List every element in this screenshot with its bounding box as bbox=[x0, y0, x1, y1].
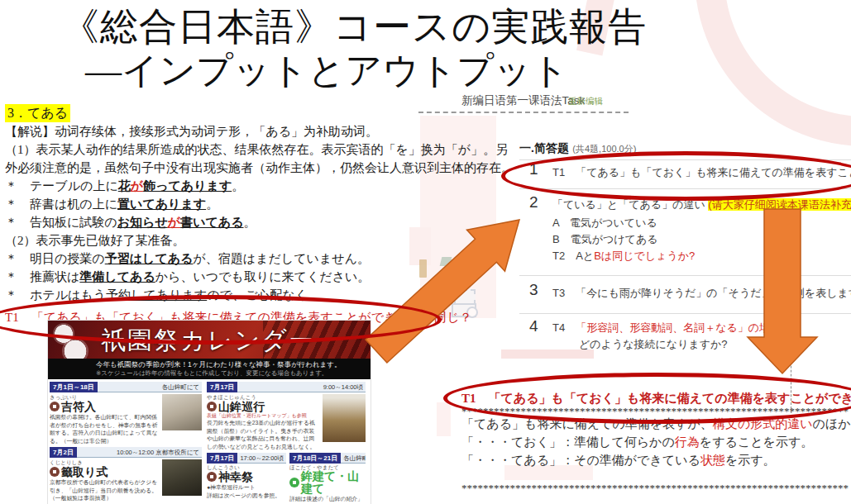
event-card: 7月17日 17:00～22:00頃 しんこうさい 神幸祭 ●神幸祭巡行ルート … bbox=[207, 453, 286, 504]
event-furigana: しんこうさい bbox=[207, 464, 286, 470]
explain-line: 外必须注意的是，虽然句子中没有出现实施者（动作主体），仍然会让人意识到主体的存在… bbox=[5, 159, 432, 177]
event-when: 10:00～12:00 京都市役所にて bbox=[77, 447, 202, 458]
calendar-left-column: 7月1日～18日 各山鉾町にて きっぷいり 吉符入 祇園祭の幕開け。各山鉾町にて… bbox=[50, 382, 202, 504]
quiz-document: 新编日语第一课语法Task 重新编辑 一.简答题 (共4题,100.0分) 1 … bbox=[430, 83, 851, 504]
event-title: 神幸祭 bbox=[218, 470, 253, 483]
event-photo bbox=[162, 459, 202, 496]
question-text: T4 「形容詞、形容動詞、名詞＋なる」の場合は、 bbox=[552, 321, 802, 335]
question-number: 2 bbox=[529, 193, 538, 212]
section-heading: 3．てある bbox=[5, 104, 432, 122]
event-half-row: 7月17日 17:00～22:00頃 しんこうさい 神幸祭 ●神幸祭巡行ルート … bbox=[207, 453, 366, 504]
example-line: ＊ 辞書は机の上に置いてあります。 bbox=[5, 195, 432, 213]
calendar-subtitle2: ※スケジュールは昨年の情報をもとに作成しており、変更になる場合もあります。 bbox=[96, 369, 371, 378]
crest-icon bbox=[50, 402, 60, 411]
divider bbox=[519, 313, 851, 314]
event-date-badge: 7月18日～21日 bbox=[289, 453, 341, 464]
event-when: 各山鉾町にて bbox=[341, 453, 366, 464]
event-when: 17:00～22:00頃 bbox=[237, 453, 286, 464]
event-note: 表組「山鉾位置・巡行ルートマップ」も参照 bbox=[207, 413, 320, 419]
event-date-badge: 7月1日～18日 bbox=[50, 382, 98, 392]
explain-line: 【解说】动词存续体，接续形式为动词テ形，「ある」为补助动词。 bbox=[5, 122, 432, 140]
quiz-title: 新编日语第一课语法Task bbox=[461, 93, 585, 108]
event-note: 詳細は後述の「山鉾の紹介」を参照。 bbox=[289, 495, 366, 504]
red-ellipse-answer-t1 bbox=[443, 373, 851, 424]
answer-line: 「・・・ておく」：準備して何らかの行為をすることを示す。 bbox=[461, 435, 813, 450]
question-text: T3 「今にも雨が降りそうだ」の「そうだ」も推測を表しますが、「ようだ」と同じ? bbox=[552, 286, 851, 301]
event-photo bbox=[162, 394, 202, 430]
slide-title-line1: 《総合日本語》コースの実践報告 bbox=[61, 2, 647, 53]
event-route: ●神幸祭巡行ルート bbox=[207, 483, 286, 492]
slide-canvas: { "colors":{"accent_red":"#bb0806","arro… bbox=[0, 0, 851, 504]
grammar-explanation-panel: 3．てある 【解说】动词存续体，接续形式为动词テ形，「ある」为补助动词。 （1）… bbox=[5, 104, 432, 326]
event-title: 吉符入 bbox=[61, 400, 96, 413]
event-furigana: くじとりしき bbox=[50, 459, 160, 465]
event-title: 鉾建て・山建て bbox=[301, 470, 366, 495]
red-ellipse-question1 bbox=[501, 151, 851, 201]
example-line: ＊ 推薦状は準備してあるから、いつでも取りに来てください。 bbox=[5, 268, 432, 286]
event-furigana: きっぷいり bbox=[50, 394, 160, 400]
example-line: ＊ 明日の授業の予習はしてあるが、宿題はまだしていません。 bbox=[5, 250, 432, 268]
event-when: 各山鉾町にて bbox=[98, 382, 202, 392]
option-b: B 電気がつけてある bbox=[552, 232, 658, 247]
event-card: 7月2日 10:00～12:00 京都市役所にて くじとりしき 籤取り式 京都市… bbox=[50, 447, 202, 504]
gion-calendar-image: 祇園祭カレンダー 今年も祇園祭の季節が到来！1ヶ月にわたり様々な神事・祭事が行わ… bbox=[47, 320, 371, 504]
event-description: 祇園祭の幕開け。各山鉾町にて、町内関係者が祭の打ち合わせをし、神事の無事を祈願す… bbox=[50, 413, 160, 445]
crest-icon bbox=[207, 402, 217, 411]
event-when: 9:00～14:00頃 bbox=[237, 382, 366, 392]
dashed-border-line bbox=[418, 112, 629, 113]
event-date-badge: 7月17日 bbox=[207, 453, 237, 464]
event-card: 7月17日 9:00～14:00頃 やまほこじゅんこう 山鉾巡行 表組「山鉾位置… bbox=[207, 382, 366, 453]
event-description: 詳細は次ページの図を参照。 bbox=[207, 492, 286, 500]
explain-line: （1）表示某人动作的结果所造成的状态、结果依然存在。表示宾语的「を」换为「が」。… bbox=[5, 140, 432, 159]
re-edit-link[interactable]: 重新编辑 bbox=[568, 96, 603, 107]
crest-motif-icon bbox=[62, 338, 88, 359]
event-description: 京都市役所で各山鉾町の代表者らがクジを引き、「山鉾巡行」当日の順番を決める。（一… bbox=[50, 478, 160, 502]
divider bbox=[519, 275, 851, 276]
answer-line: 「・・・てある」：その準備ができている状態を示す。 bbox=[461, 453, 776, 468]
crest-icon bbox=[50, 467, 60, 477]
example-line: ＊ 告知板に試験のお知らせが書いてある。 bbox=[5, 213, 432, 231]
event-card: 7月18日～21日 各山鉾町にて ほこたて・やまたて 鉾建て・山建て 詳細は後述… bbox=[289, 453, 366, 504]
event-furigana: やまほこじゅんこう bbox=[207, 394, 320, 400]
event-photo bbox=[323, 394, 366, 442]
event-card: 7月1日～18日 各山鉾町にて きっぷいり 吉符入 祇園祭の幕開け。各山鉾町にて… bbox=[50, 382, 202, 447]
crest-icon bbox=[289, 478, 299, 487]
event-date-badge: 7月2日 bbox=[50, 447, 77, 458]
event-description: 長刀鉾を先頭に全23基の山鉾が巡行する祇園祭（前祭）のハイライト。曳き手の衣装や… bbox=[207, 419, 320, 450]
question-number: 3 bbox=[529, 281, 538, 299]
example-line: ＊ テーブルの上に花が飾ってあります。 bbox=[5, 177, 432, 195]
question-text-line2: どのような接続になりますか? bbox=[579, 337, 728, 352]
option-a: A 電気がついている bbox=[552, 216, 657, 231]
explain-line: （2）表示事先已做好了某准备。 bbox=[5, 231, 432, 250]
calendar-body: 7月1日～18日 各山鉾町にて きっぷいり 吉符入 祇園祭の幕開け。各山鉾町にて… bbox=[48, 379, 371, 504]
question-number: 4 bbox=[529, 317, 538, 335]
asterisk-divider: ****************************************… bbox=[461, 482, 849, 495]
calendar-right-column: 7月17日 9:00～14:00頃 やまほこじゅんこう 山鉾巡行 表組「山鉾位置… bbox=[207, 382, 366, 504]
event-title: 山鉾巡行 bbox=[218, 400, 265, 413]
red-ellipse-left-t1 bbox=[0, 295, 442, 345]
calendar-subtitle1: 今年も祇園祭の季節が到来！1ヶ月にわたり様々な神事・祭事が行われます。 bbox=[96, 360, 371, 369]
crest-icon bbox=[207, 472, 217, 482]
calendar-subtitle-strip: 今年も祇園祭の季節が到来！1ヶ月にわたり様々な神事・祭事が行われます。 ※スケジ… bbox=[48, 359, 371, 379]
event-date-badge: 7月17日 bbox=[207, 382, 237, 392]
event-title: 籤取り式 bbox=[61, 465, 108, 478]
t2-question: T2 AとBは同じでしょうか? bbox=[552, 249, 695, 264]
section-title: 一.简答题 bbox=[519, 141, 569, 155]
